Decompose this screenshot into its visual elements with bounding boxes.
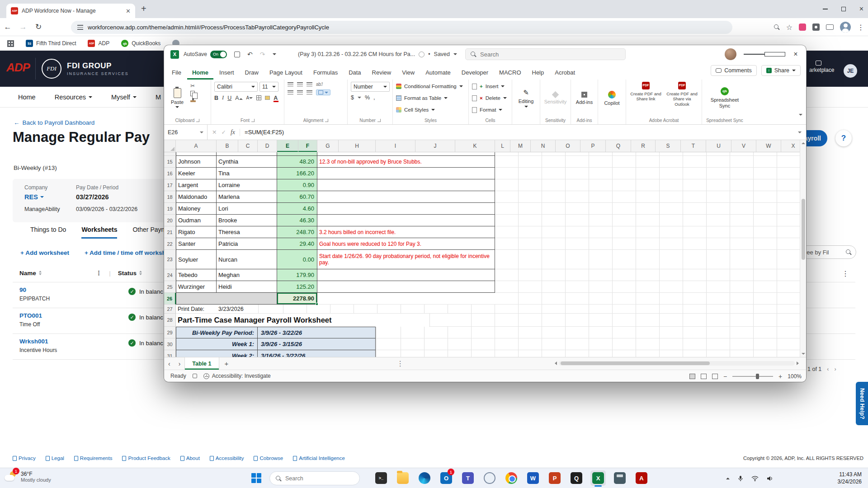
browser-profile-avatar[interactable] — [840, 22, 851, 33]
cell-A25[interactable]: Wurzinger — [176, 281, 217, 293]
footer-link-requirements[interactable]: Requirements — [74, 455, 113, 461]
undo-icon[interactable]: ↶ — [247, 51, 253, 58]
cell-B22[interactable]: Patricia — [217, 238, 277, 250]
align-right-icon[interactable] — [307, 90, 312, 94]
autosave-toggle[interactable]: On — [210, 51, 227, 58]
browser-close-icon[interactable]: × — [859, 5, 863, 13]
paste-button[interactable]: Paste — [167, 82, 187, 114]
cell-E19[interactable]: 4.60 — [277, 203, 317, 215]
cell-B15[interactable]: Cynthia — [217, 156, 277, 168]
cell-B21[interactable]: Theresa — [217, 226, 277, 238]
format-as-table-button[interactable]: Format as Table — [396, 94, 463, 103]
row-header-20[interactable]: 20 — [164, 215, 176, 226]
horizontal-scrollbar[interactable] — [555, 359, 799, 367]
footer-link-about[interactable]: About — [180, 455, 200, 461]
row-header-30[interactable]: 30 — [164, 338, 176, 350]
column-header-A[interactable]: A — [176, 140, 217, 152]
row-header-24[interactable]: 24 — [164, 269, 176, 281]
cell-B17[interactable]: Lorraine — [217, 179, 277, 191]
worksheet-name-link[interactable]: Wrksh001 — [19, 338, 48, 345]
percent-button[interactable]: % — [365, 94, 370, 101]
cell-G19[interactable] — [317, 203, 495, 215]
cell-B24[interactable]: Meghan — [217, 269, 277, 281]
nav-item-resources[interactable]: Resources — [55, 94, 92, 101]
cell-E22[interactable]: 29.40 — [277, 238, 317, 250]
addins-button[interactable]: Add-ins — [574, 82, 594, 114]
cell-B19[interactable]: Lori — [217, 203, 277, 215]
enter-icon[interactable]: ✓ — [221, 129, 226, 136]
format-painter-icon[interactable] — [190, 100, 196, 102]
fill-color-button[interactable] — [265, 96, 270, 100]
comma-button[interactable]: , — [373, 94, 375, 101]
redo-icon[interactable]: ↷ — [260, 51, 265, 58]
excel-maximize-icon[interactable] — [764, 45, 785, 63]
name-box[interactable]: E26 — [164, 125, 208, 140]
word-app-icon[interactable]: W — [525, 470, 541, 486]
add-worksheet-link[interactable]: + Add worksheet — [20, 249, 69, 256]
dialog-launcher-icon[interactable] — [196, 119, 199, 122]
cell-G16[interactable] — [317, 168, 495, 179]
cell-E17[interactable]: 0.90 — [277, 179, 317, 191]
outlook-app-icon[interactable]: O1 — [439, 470, 454, 486]
bookmark-item[interactable]: ADPADP — [88, 40, 109, 47]
ribbon-tab-developer[interactable]: Developer — [457, 66, 493, 80]
ribbon-tab-data[interactable]: Data — [344, 66, 366, 80]
column-header-N[interactable]: N — [531, 140, 556, 152]
cell-G17[interactable] — [317, 179, 495, 191]
row-header-29[interactable]: 29 — [164, 327, 176, 338]
browser-app-icon[interactable] — [482, 470, 497, 486]
cell-A24[interactable]: Tebedo — [176, 269, 217, 281]
align-left-icon[interactable] — [288, 90, 293, 94]
vertical-scrollbar[interactable] — [800, 140, 806, 357]
font-name-select[interactable]: Calibri — [214, 82, 258, 92]
align-top-icon[interactable] — [288, 82, 293, 86]
ribbon-tab-draw[interactable]: Draw — [240, 66, 264, 80]
browser-menu-icon[interactable]: ⋮ — [857, 23, 864, 32]
formula-bar-expand-icon[interactable] — [798, 131, 802, 133]
column-header-O[interactable]: O — [556, 140, 580, 152]
apps-grid-icon[interactable] — [7, 40, 14, 47]
worksheet-name-link[interactable]: PTO001 — [19, 312, 42, 319]
sort-icon[interactable] — [39, 271, 42, 275]
terminal-app-icon[interactable]: >_ — [373, 470, 389, 486]
column-header-Q[interactable]: Q — [606, 140, 631, 152]
cell-G21[interactable]: 3.2 hours billed on incorrect file. — [317, 226, 495, 238]
grow-font-button[interactable]: A — [235, 95, 242, 101]
user-avatar[interactable]: JE — [844, 64, 857, 78]
zoom-level[interactable]: 100% — [788, 373, 802, 380]
tab-close-icon[interactable]: ✕ — [126, 8, 131, 14]
row-header-25[interactable]: 25 — [164, 281, 176, 293]
nav-item-myself[interactable]: Myself — [111, 94, 137, 101]
scroll-right-icon[interactable] — [797, 361, 799, 365]
cell-A30[interactable]: Week 1: — [176, 338, 258, 350]
cell-G20[interactable] — [317, 215, 495, 226]
excel-minimize-icon[interactable] — [744, 45, 764, 63]
column-header-R[interactable]: R — [631, 140, 656, 152]
editing-button[interactable]: ✎Editing — [515, 82, 537, 114]
font-color-button[interactable]: A — [274, 95, 278, 101]
page-layout-view-icon[interactable] — [701, 374, 707, 379]
cell-E14[interactable]: 202.40 — [277, 152, 317, 156]
cell-A23[interactable]: Soyluer — [176, 250, 217, 269]
column-header-I[interactable]: I — [376, 140, 415, 152]
status-column-header[interactable]: Status — [118, 270, 137, 277]
number-format-select[interactable]: Number — [351, 82, 390, 92]
cast-icon[interactable] — [826, 24, 834, 30]
marketplace-link[interactable]: arketplace — [809, 61, 834, 73]
powerpoint-app-icon[interactable]: P — [547, 470, 562, 486]
footer-link-privacy[interactable]: Privacy — [13, 455, 36, 461]
name-column-header[interactable]: Name — [19, 270, 36, 277]
hidden-icons-icon[interactable] — [726, 478, 730, 479]
column-header-G[interactable]: G — [317, 140, 339, 152]
row-header-22[interactable]: 22 — [164, 238, 176, 250]
ribbon-tab-help[interactable]: Help — [527, 66, 549, 80]
cell-A14[interactable]: Holbird — [176, 152, 217, 156]
next-page-icon[interactable]: › — [834, 366, 836, 372]
cell-D31[interactable]: 3/16/26 - 3/22/26 — [258, 350, 376, 357]
footer-link-legal[interactable]: Legal — [46, 455, 64, 461]
underline-button[interactable]: U — [227, 95, 231, 101]
document-title-area[interactable]: (Pay 3) 01.23.26 - 03.22.26 CM Hours for… — [298, 45, 457, 63]
cell-E20[interactable]: 46.30 — [277, 215, 317, 226]
cell-G25[interactable] — [317, 281, 495, 293]
cell-E21[interactable]: 248.70 — [277, 226, 317, 238]
